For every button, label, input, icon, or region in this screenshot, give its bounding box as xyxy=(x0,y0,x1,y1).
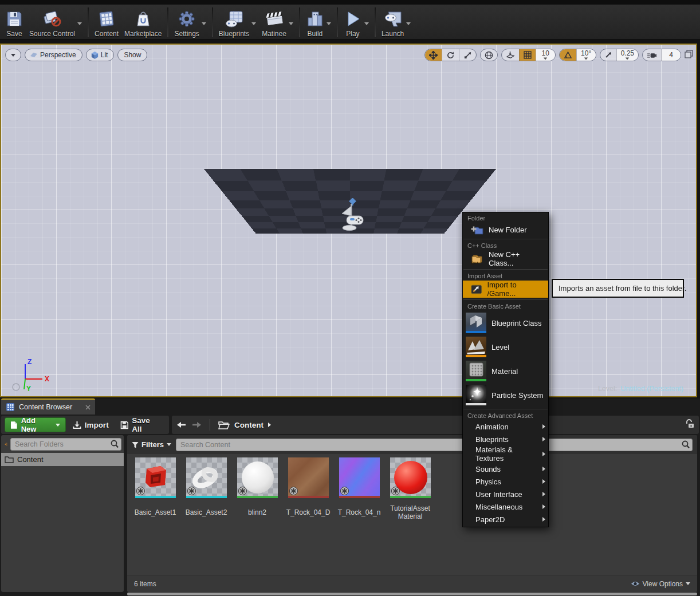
save-all-icon xyxy=(120,421,129,429)
rotation-snap-value-button[interactable]: 10° xyxy=(576,49,596,61)
search-folders-input[interactable] xyxy=(10,438,121,451)
toolbar-content-button[interactable]: Content xyxy=(92,6,121,39)
rotate-tool-button[interactable] xyxy=(442,49,459,61)
horizontal-scrollbar[interactable] xyxy=(127,593,697,595)
toolbar-button-label: Settings xyxy=(174,30,199,38)
save-all-button[interactable]: Save All xyxy=(116,416,166,433)
menu-separator xyxy=(463,239,548,239)
lock-content-browser-button[interactable] xyxy=(685,419,694,431)
scale-tool-button[interactable] xyxy=(459,49,476,61)
view-mode-button[interactable]: Lit xyxy=(86,49,115,61)
toolbar-launch-button[interactable]: Launch xyxy=(379,6,414,39)
search-content-input[interactable] xyxy=(176,439,693,451)
breadcrumb-content[interactable]: Content xyxy=(234,421,264,429)
view-options-button[interactable]: View Options xyxy=(631,580,690,588)
menu-item-label: Miscellaneous xyxy=(475,503,522,511)
scale-snap-toggle-button[interactable] xyxy=(600,49,616,61)
content-browser-tab-icon xyxy=(6,402,15,412)
translate-tool-button[interactable] xyxy=(425,49,442,61)
asset-view-status-bar: 6 items View Options xyxy=(127,575,697,592)
toolbar-button-label: Matinee xyxy=(262,30,286,38)
settings-dropdown-caret[interactable] xyxy=(202,17,206,27)
asset-tile[interactable]: TutorialAsset Material xyxy=(386,457,435,520)
import-button[interactable]: Import xyxy=(68,421,113,429)
menu-item-material[interactable]: Material xyxy=(463,359,548,383)
folder-tree-item-label: Content xyxy=(17,455,44,464)
menu-item-label: Blueprint Class xyxy=(491,319,541,327)
menu-item-materials-textures[interactable]: Materials & Textures xyxy=(463,445,548,463)
play-dropdown-caret[interactable] xyxy=(364,17,369,27)
menu-section-header: Create Basic Asset xyxy=(463,301,548,311)
menu-item-blueprints[interactable]: Blueprints xyxy=(463,433,548,445)
asset-tile[interactable]: Basic_Asset2 xyxy=(182,457,231,516)
menu-item-particle-system[interactable]: Particle System xyxy=(463,383,548,407)
asset-tile[interactable]: T_Rock_04_D xyxy=(284,457,333,516)
toolbar-button-label: Play xyxy=(346,30,359,38)
toolbar-play-button[interactable]: Play xyxy=(341,6,372,39)
unsaved-asterisk-badge-icon xyxy=(340,487,349,495)
view-options-caret-icon xyxy=(686,582,690,585)
perspective-icon xyxy=(29,52,38,58)
add-new-button[interactable]: Add New xyxy=(5,417,66,432)
grid-snap-toggle-button[interactable] xyxy=(519,49,536,61)
launch-dropdown-caret[interactable] xyxy=(406,17,411,27)
show-flags-button[interactable]: Show xyxy=(117,49,147,61)
angle-snap-icon xyxy=(564,51,572,59)
menu-separator xyxy=(463,409,548,409)
toolbar-save-button[interactable]: Save xyxy=(2,6,26,39)
filters-button[interactable]: Filters xyxy=(132,440,171,449)
asset-tile[interactable]: Basic_Asset1 xyxy=(131,457,180,516)
level-viewport[interactable]: Z X Y Level:Untitled (Persistent) Perspe… xyxy=(0,44,697,397)
level-name[interactable]: Untitled (Persistent) xyxy=(620,385,683,393)
new-folder-icon xyxy=(471,226,483,235)
blueprints-dropdown-caret[interactable] xyxy=(251,17,256,27)
toolbar-matinee-button[interactable]: Matinee xyxy=(259,6,296,39)
surface-snap-button[interactable] xyxy=(502,49,519,61)
move-icon xyxy=(429,51,438,60)
asset-thumbnail xyxy=(186,457,227,498)
scale-snap-value-button[interactable]: 0.25 xyxy=(616,49,638,61)
grid-snap-value-button[interactable]: 10 xyxy=(536,49,555,61)
content-browser-tab[interactable]: Content Browser xyxy=(1,398,95,415)
asset-tile[interactable]: blinn2 xyxy=(233,457,282,516)
sources-toggle-icon[interactable] xyxy=(3,440,7,449)
menu-item-new-folder[interactable]: New Folder xyxy=(463,223,548,237)
unsaved-asterisk-badge-icon xyxy=(238,487,247,495)
menu-item-user-interface[interactable]: User Interface xyxy=(463,488,548,500)
player-start-actor[interactable] xyxy=(336,198,368,234)
toolbar-blueprints-button[interactable]: Blueprints xyxy=(216,6,259,39)
menu-item-import-to-game[interactable]: Import to /Game... xyxy=(463,281,548,298)
menu-item-sounds[interactable]: Sounds xyxy=(463,463,548,475)
asset-name: Basic_Asset2 xyxy=(186,508,227,516)
menu-item-animation[interactable]: Animation xyxy=(463,420,548,433)
viewport-axis-gizmo: Z X Y xyxy=(9,360,55,394)
toolbar-button-label: Blueprints xyxy=(219,30,249,38)
source-control-dropdown-caret[interactable] xyxy=(77,17,82,27)
menu-item-paper2d[interactable]: Paper2D xyxy=(463,513,548,526)
camera-speed-value-button[interactable]: 4 xyxy=(661,49,681,61)
asset-tile[interactable]: T_Rock_04_n xyxy=(335,457,384,516)
coordinate-space-button[interactable] xyxy=(480,49,498,61)
close-tab-icon[interactable] xyxy=(85,405,91,410)
camera-speed-button[interactable] xyxy=(643,49,661,61)
maximize-viewport-button[interactable] xyxy=(685,50,693,61)
forward-arrow-icon[interactable] xyxy=(191,421,202,429)
menu-item-new-cpp-class[interactable]: C++ New C++ Class... xyxy=(463,250,548,267)
toolbar-settings-button[interactable]: Settings xyxy=(171,6,209,39)
menu-item-physics[interactable]: Physics xyxy=(463,475,548,488)
folder-tree-item-content[interactable]: Content xyxy=(1,453,124,466)
breadcrumb-caret-icon[interactable] xyxy=(268,423,271,427)
menu-item-miscellaneous[interactable]: Miscellaneous xyxy=(463,500,548,513)
menu-item-level[interactable]: Level xyxy=(463,335,548,359)
rotation-snap-toggle-button[interactable] xyxy=(560,49,576,61)
viewport-options-button[interactable] xyxy=(5,49,21,61)
camera-mode-button[interactable]: Perspective xyxy=(25,49,82,61)
matinee-dropdown-caret[interactable] xyxy=(289,17,293,27)
build-dropdown-caret[interactable] xyxy=(327,17,331,27)
toolbar-marketplace-button[interactable]: Marketplace xyxy=(121,6,164,39)
toolbar-button-label: Source Control xyxy=(29,30,75,38)
menu-item-blueprint-class[interactable]: Blueprint Class xyxy=(463,311,548,335)
toolbar-source-control-button[interactable]: Source Control xyxy=(26,6,85,39)
toolbar-build-button[interactable]: Build xyxy=(303,6,334,39)
back-arrow-icon[interactable] xyxy=(176,421,187,429)
